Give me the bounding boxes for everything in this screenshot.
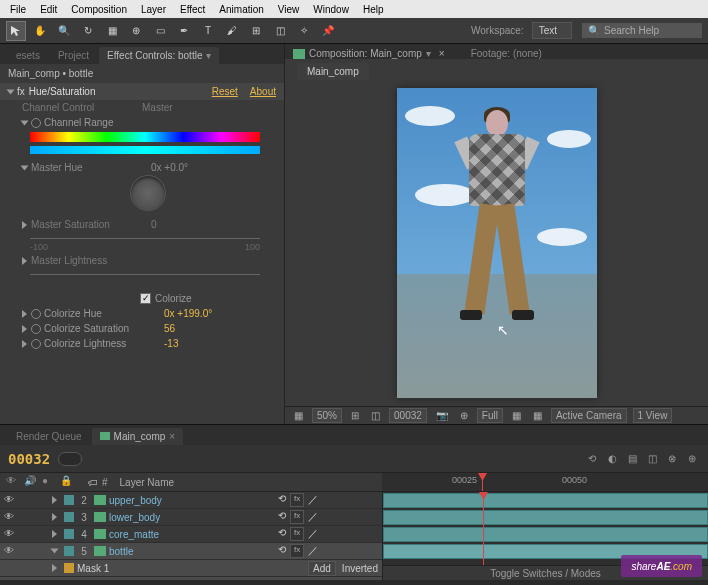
zoom-tool[interactable]: 🔍 (54, 21, 74, 41)
mask-mode-dropdown[interactable]: Add (308, 561, 336, 576)
eye-icon[interactable]: 👁 (4, 545, 16, 557)
menu-layer[interactable]: Layer (135, 2, 172, 17)
layer-name[interactable]: bottle (109, 546, 275, 557)
close-icon[interactable]: × (169, 431, 175, 442)
channel-control-value[interactable]: Master (142, 102, 173, 113)
camera-tool[interactable]: ▦ (102, 21, 122, 41)
sat-slider[interactable]: -100 100 (30, 238, 260, 239)
layer-row[interactable]: 👁 2 upper_body ⟲fx／ (0, 492, 382, 509)
label-color[interactable] (64, 512, 74, 522)
audio-icon[interactable]: 🔊 (24, 475, 38, 489)
region-icon[interactable]: ▦ (509, 410, 524, 421)
shy-icon[interactable]: ⟲ (278, 544, 286, 558)
layer-name[interactable]: lower_body (109, 512, 275, 523)
grid-icon[interactable]: ⊞ (348, 410, 362, 421)
stopwatch-icon[interactable] (31, 339, 41, 349)
disclosure-icon[interactable] (52, 496, 57, 504)
hand-tool[interactable]: ✋ (30, 21, 50, 41)
disclosure-icon[interactable] (51, 549, 59, 554)
snapshot-icon[interactable]: 📷 (433, 410, 451, 421)
disclosure-icon[interactable] (52, 564, 57, 572)
puppet-tool[interactable]: 📌 (318, 21, 338, 41)
transparency-icon[interactable]: ▦ (530, 410, 545, 421)
eye-icon[interactable]: 👁 (6, 475, 20, 489)
reset-link[interactable]: Reset (212, 86, 238, 97)
pan-behind-tool[interactable]: ⊕ (126, 21, 146, 41)
disclosure-icon[interactable] (22, 325, 27, 333)
footage-label[interactable]: Footage: (none) (471, 48, 542, 59)
tab-presets[interactable]: esets (8, 47, 48, 64)
workspace-dropdown[interactable]: Text (532, 22, 572, 39)
mask-feather-value[interactable]: 4.0, 4.0 pixels (316, 580, 378, 581)
eye-icon[interactable]: 👁 (4, 528, 16, 540)
disclosure-icon[interactable] (52, 530, 57, 538)
colorize-sat-value[interactable]: 56 (164, 323, 175, 334)
draft3d-icon[interactable]: ◫ (644, 451, 660, 467)
range-bar[interactable] (30, 146, 260, 154)
tab-main-comp[interactable]: Main_comp× (92, 428, 184, 445)
comp-breadcrumb[interactable]: Composition: Main_comp▾× (293, 48, 445, 59)
eraser-tool[interactable]: ◫ (270, 21, 290, 41)
rect-tool[interactable]: ▭ (150, 21, 170, 41)
close-icon[interactable]: × (439, 48, 445, 59)
disclosure-icon[interactable] (22, 310, 27, 318)
stopwatch-icon[interactable] (31, 309, 41, 319)
menu-animation[interactable]: Animation (213, 2, 269, 17)
frame-display[interactable]: 00032 (389, 408, 427, 423)
fx-icon[interactable]: fx (290, 544, 304, 558)
hue-spectrum[interactable] (30, 132, 260, 142)
layer-row[interactable]: 👁 3 lower_body ⟲fx／ (0, 509, 382, 526)
selection-tool[interactable] (6, 21, 26, 41)
fx-icon[interactable]: fx (290, 527, 304, 541)
time-ruler[interactable]: 00025 00050 (382, 473, 708, 491)
comp-subtab[interactable]: Main_comp (297, 63, 369, 80)
tab-project[interactable]: Project (50, 47, 97, 64)
disclosure-icon[interactable] (22, 340, 27, 348)
shy-icon[interactable]: ⟲ (278, 493, 286, 507)
shy-icon[interactable]: ⟲ (278, 510, 286, 524)
resolution-dropdown[interactable]: Full (477, 408, 503, 423)
menu-view[interactable]: View (272, 2, 306, 17)
composition-viewer[interactable]: ↖ (285, 80, 708, 406)
colorize-checkbox[interactable]: ✓ (140, 293, 151, 304)
colorize-light-value[interactable]: -13 (164, 338, 178, 349)
channels-icon[interactable]: ⊕ (457, 410, 471, 421)
mask-color[interactable] (64, 563, 74, 573)
menu-window[interactable]: Window (307, 2, 355, 17)
fx-icon[interactable]: fx (290, 510, 304, 524)
stopwatch-icon[interactable] (31, 118, 41, 128)
blur-icon[interactable]: ◐ (604, 451, 620, 467)
tab-render-queue[interactable]: Render Queue (8, 428, 90, 445)
roto-tool[interactable]: ✧ (294, 21, 314, 41)
brush-tool[interactable]: 🖌 (222, 21, 242, 41)
menu-file[interactable]: File (4, 2, 32, 17)
menu-help[interactable]: Help (357, 2, 390, 17)
current-time[interactable]: 00032 (8, 451, 50, 467)
brainstorm-icon[interactable]: ⊕ (684, 451, 700, 467)
magnify-icon[interactable]: ▦ (291, 410, 306, 421)
stopwatch-icon[interactable] (31, 324, 41, 334)
solo-icon[interactable]: ● (42, 475, 56, 489)
layer-name[interactable]: upper_body (109, 495, 275, 506)
shy-icon[interactable]: ⟲ (278, 527, 286, 541)
disclosure-icon[interactable] (52, 513, 57, 521)
text-tool[interactable]: T (198, 21, 218, 41)
menu-edit[interactable]: Edit (34, 2, 63, 17)
close-icon[interactable]: ▾ (206, 50, 211, 61)
mask-icon[interactable]: ◫ (368, 410, 383, 421)
timeline-search[interactable] (58, 452, 82, 466)
mask-row[interactable]: Mask 1 Add Inverted (0, 560, 382, 577)
fx-icon[interactable]: fx (290, 493, 304, 507)
shy-icon[interactable]: ⟲ (584, 451, 600, 467)
view-dropdown[interactable]: 1 View (633, 408, 673, 423)
hue-dial[interactable] (130, 175, 166, 211)
label-color[interactable] (64, 529, 74, 539)
zoom-dropdown[interactable]: 50% (312, 408, 342, 423)
disclosure-icon[interactable] (22, 221, 27, 229)
disclosure-icon[interactable] (21, 120, 29, 125)
disclosure-icon[interactable] (22, 257, 27, 265)
mask-name[interactable]: Mask 1 (77, 563, 305, 574)
graph-icon[interactable]: ▤ (624, 451, 640, 467)
layer-row[interactable]: 👁 4 core_matte ⟲fx／ (0, 526, 382, 543)
label-color[interactable] (64, 546, 74, 556)
